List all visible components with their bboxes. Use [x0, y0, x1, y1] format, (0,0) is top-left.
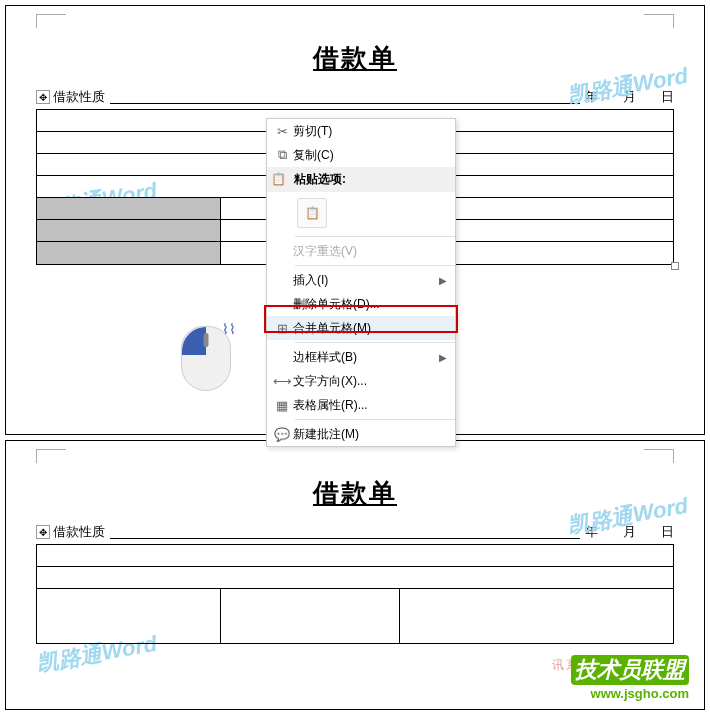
menu-insert[interactable]: 插入(I) ▶ — [267, 268, 455, 292]
document-title: 借款单 — [6, 41, 704, 76]
table-row — [37, 567, 673, 589]
table-container — [36, 544, 674, 644]
paste-option-button[interactable]: 📋 — [297, 198, 327, 228]
paste-options-section: 📋 — [267, 192, 455, 234]
logo-main-text: 技术员联盟 — [571, 655, 689, 685]
nature-label: 借款性质 — [53, 523, 105, 541]
month-label: 月 — [623, 523, 636, 541]
nature-input-line[interactable] — [110, 90, 580, 104]
paste-clipboard-icon: 📋 — [305, 206, 320, 220]
page-corner-tr — [644, 14, 674, 28]
year-label: 年 — [585, 523, 598, 541]
table-cell — [221, 589, 399, 643]
menu-copy[interactable]: ⧉ 复制(C) — [267, 143, 455, 167]
menu-table-props[interactable]: ▦ 表格属性(R)... — [267, 393, 455, 417]
day-label: 日 — [661, 88, 674, 106]
menu-merge-cells[interactable]: ⊞ 合并单元格(M) — [267, 316, 455, 340]
chevron-right-icon: ▶ — [439, 275, 447, 286]
menu-border-style[interactable]: 边框样式(B) ▶ — [267, 345, 455, 369]
mouse-illustration: ⌇⌇ — [181, 326, 241, 406]
menu-paste-header: 📋粘贴选项: — [267, 167, 455, 192]
header-row: ✥ 借款性质 年 月 日 — [36, 88, 674, 106]
clipboard-icon: 📋 — [271, 172, 286, 186]
menu-text-direction[interactable]: ⟷ 文字方向(X)... — [267, 369, 455, 393]
day-label: 日 — [661, 523, 674, 541]
table-row — [37, 545, 673, 567]
selected-cell[interactable] — [37, 198, 221, 219]
menu-delete-cells[interactable]: 删除单元格(D)... — [267, 292, 455, 316]
copy-icon: ⧉ — [271, 147, 293, 163]
logo-url: www.jsgho.com — [571, 686, 689, 701]
context-menu: ✂ 剪切(T) ⧉ 复制(C) 📋粘贴选项: 📋 汉字重选(V) 插入(I) ▶ — [266, 118, 456, 447]
loan-table[interactable] — [36, 544, 674, 644]
table-resize-handle-icon[interactable] — [671, 262, 679, 270]
screenshot-after: 凯路通Word 凯路通Word 借款单 ✥ 借款性质 年 月 日 讯系统教程学习… — [5, 440, 705, 710]
header-row: ✥ 借款性质 年 月 日 — [36, 523, 674, 541]
menu-new-comment[interactable]: 💬 新建批注(M) — [267, 422, 455, 446]
year-label: 年 — [585, 88, 598, 106]
selected-cell[interactable] — [37, 242, 221, 264]
screenshot-before: 凯路通Word 凯路通Word 借款单 ✥ 借款性质 年 月 日 — [5, 5, 705, 435]
comment-icon: 💬 — [271, 427, 293, 442]
site-logo: 技术员联盟 www.jsgho.com — [571, 655, 689, 701]
merge-icon: ⊞ — [271, 321, 293, 336]
month-label: 月 — [623, 88, 636, 106]
table-props-icon: ▦ — [271, 398, 293, 413]
table-row — [37, 589, 673, 643]
text-direction-icon: ⟷ — [271, 374, 293, 389]
merged-cell[interactable] — [37, 589, 221, 643]
page-corner-tl — [36, 449, 66, 463]
chevron-right-icon: ▶ — [439, 352, 447, 363]
menu-hanzi: 汉字重选(V) — [267, 239, 455, 263]
table-move-handle-icon[interactable]: ✥ — [36, 525, 50, 539]
document-title: 借款单 — [6, 476, 704, 511]
nature-input-line[interactable] — [110, 525, 580, 539]
page-corner-tr — [644, 449, 674, 463]
table-move-handle-icon[interactable]: ✥ — [36, 90, 50, 104]
menu-cut[interactable]: ✂ 剪切(T) — [267, 119, 455, 143]
selected-cell[interactable] — [37, 220, 221, 241]
nature-label: 借款性质 — [53, 88, 105, 106]
table-cell — [400, 589, 673, 643]
page-corner-tl — [36, 14, 66, 28]
scissors-icon: ✂ — [271, 124, 293, 139]
